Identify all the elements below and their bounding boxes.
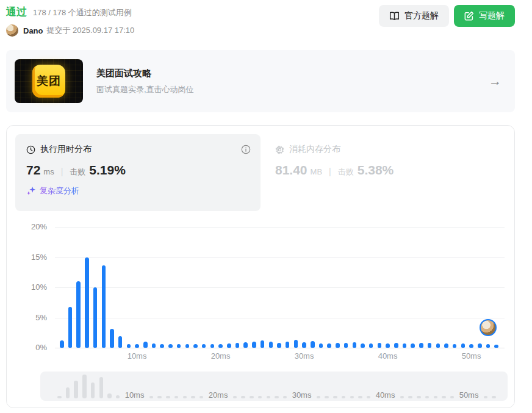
overview-bar	[183, 396, 187, 399]
runtime-bar[interactable]	[319, 343, 323, 348]
runtime-bar[interactable]	[202, 344, 206, 348]
runtime-bar[interactable]	[252, 342, 256, 348]
runtime-bar[interactable]	[294, 340, 298, 348]
y-axis-label: 10%	[15, 282, 47, 292]
runtime-bar[interactable]	[269, 342, 273, 348]
runtime-card[interactable]: 执行用时分布 72 ms | 击败 5.19%	[15, 134, 261, 211]
runtime-bar[interactable]	[110, 329, 114, 348]
runtime-bar[interactable]	[235, 343, 240, 348]
runtime-bar[interactable]	[486, 344, 491, 348]
runtime-bar[interactable]	[168, 344, 173, 348]
arrow-right-icon[interactable]: →	[489, 74, 501, 88]
runtime-bar[interactable]	[344, 343, 348, 348]
overview-bar	[149, 396, 154, 399]
memory-beats-value: 5.38%	[358, 163, 394, 178]
overview-bar	[325, 396, 329, 399]
overview-bar	[258, 396, 262, 399]
runtime-bar[interactable]	[76, 281, 81, 348]
overview-x-label: 10ms	[123, 390, 147, 400]
runtime-bar[interactable]	[118, 336, 123, 348]
runtime-bar[interactable]	[143, 342, 148, 348]
gridline	[55, 318, 505, 318]
runtime-bar[interactable]	[411, 343, 415, 348]
memory-beats-label: 击败	[338, 167, 354, 178]
promo-banner[interactable]: 美团 美团面试攻略 面试真题实录,直击心动岗位 →	[6, 50, 515, 112]
overview-bar	[241, 396, 245, 399]
official-solution-button[interactable]: 官方题解	[379, 5, 449, 27]
runtime-bar[interactable]	[152, 343, 156, 348]
runtime-bar[interactable]	[436, 343, 440, 348]
runtime-bar[interactable]	[60, 340, 64, 348]
runtime-bar[interactable]	[261, 340, 265, 348]
runtime-bar[interactable]	[494, 345, 498, 348]
runtime-bar[interactable]	[102, 265, 106, 348]
runtime-bar[interactable]	[419, 343, 423, 348]
pencil-icon	[464, 11, 474, 21]
runtime-bar[interactable]	[210, 344, 215, 348]
runtime-bar[interactable]	[327, 343, 331, 348]
x-axis-label: 20ms	[211, 351, 231, 361]
runtime-bar[interactable]	[193, 344, 198, 348]
runtime-bar[interactable]	[394, 343, 398, 348]
runtime-bar[interactable]	[227, 343, 231, 348]
runtime-bar[interactable]	[243, 342, 248, 348]
banner-texts: 美团面试攻略 面试真题实录,直击心动岗位	[96, 68, 194, 95]
overview-bar	[174, 396, 179, 399]
complexity-analysis-link[interactable]: 复杂度分析	[26, 185, 251, 196]
chip-icon	[275, 145, 284, 154]
runtime-bar[interactable]	[68, 307, 73, 348]
runtime-bar[interactable]	[185, 344, 190, 348]
overview-bar	[200, 396, 204, 399]
runtime-bar[interactable]	[361, 343, 365, 348]
overview-bar	[350, 396, 354, 399]
memory-unit: MB	[311, 167, 323, 176]
runtime-bar[interactable]	[469, 344, 473, 348]
runtime-bar[interactable]	[461, 343, 466, 348]
runtime-bar[interactable]	[302, 342, 306, 348]
runtime-bar[interactable]	[353, 342, 357, 348]
runtime-bar[interactable]	[93, 287, 98, 348]
runtime-bar[interactable]	[160, 344, 164, 348]
memory-panel[interactable]: 消耗内存分布 81.40 MB | 击败 5.38%	[275, 134, 394, 178]
username[interactable]: Dano	[23, 26, 43, 35]
user-position-avatar[interactable]	[480, 319, 497, 336]
runtime-unit: ms	[43, 167, 54, 176]
runtime-bar[interactable]	[428, 343, 432, 348]
overview-bar	[91, 382, 95, 398]
gridline	[55, 227, 505, 228]
runtime-bar[interactable]	[177, 344, 181, 348]
banner-title: 美团面试攻略	[96, 68, 194, 79]
runtime-bar[interactable]	[478, 343, 482, 348]
write-solution-button[interactable]: 写题解	[454, 5, 515, 27]
runtime-bar[interactable]	[403, 343, 407, 348]
y-axis-label: 5%	[15, 313, 47, 322]
y-axis-label: 15%	[15, 253, 47, 262]
runtime-bar[interactable]	[286, 342, 290, 348]
testcases-text: 178 / 178 个通过的测试用例	[33, 7, 132, 18]
runtime-bar[interactable]	[453, 344, 457, 348]
runtime-beats-label: 击败	[70, 167, 85, 178]
info-icon[interactable]	[241, 145, 251, 154]
runtime-bar[interactable]	[386, 343, 390, 348]
gridline	[55, 287, 505, 288]
distribution-panel: 执行用时分布 72 ms | 击败 5.19%	[6, 125, 515, 408]
clock-icon	[26, 145, 35, 154]
user-avatar[interactable]	[6, 24, 18, 37]
chart-overview-strip[interactable]: 10ms20ms30ms40ms50ms	[40, 372, 508, 401]
runtime-bar[interactable]	[369, 343, 373, 348]
runtime-bar[interactable]	[336, 343, 340, 348]
runtime-bar[interactable]	[135, 344, 139, 348]
gridline	[55, 257, 505, 258]
runtime-bar[interactable]	[444, 343, 448, 348]
runtime-bar[interactable]	[378, 343, 382, 348]
sparkles-icon	[26, 186, 36, 196]
runtime-bar[interactable]	[85, 257, 89, 348]
overview-bar	[358, 396, 362, 399]
overview-bar	[434, 396, 438, 399]
runtime-bar[interactable]	[311, 341, 315, 348]
runtime-bar[interactable]	[127, 344, 131, 348]
banner-subtitle: 面试真题实录,直击心动岗位	[96, 84, 194, 95]
overview-bar	[283, 396, 287, 399]
runtime-bar[interactable]	[277, 343, 281, 348]
runtime-bar[interactable]	[218, 344, 223, 348]
